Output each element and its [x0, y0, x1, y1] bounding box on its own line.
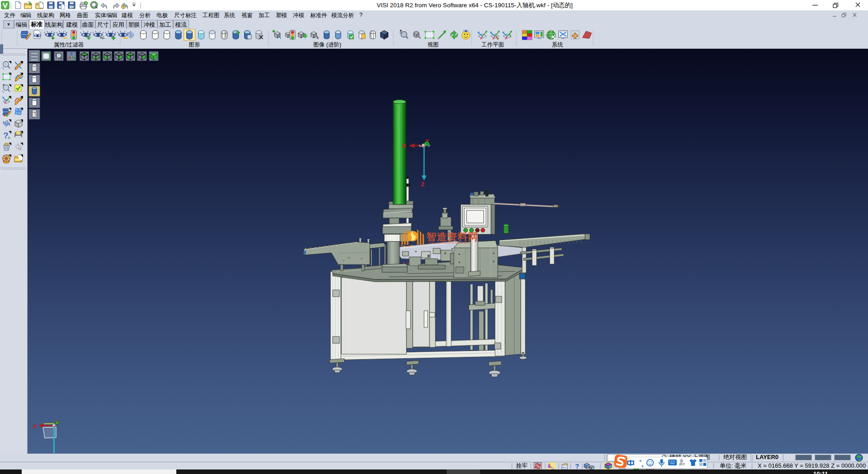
svg-text:INTELLIGENT MANUFACTURING DATA: INTELLIGENT MANUFACTURING DATA [429, 242, 470, 244]
svg-text:±: ± [316, 35, 319, 40]
svg-text:?: ? [3, 131, 9, 140]
svg-text:智造资料网: 智造资料网 [426, 231, 478, 242]
svg-text:?: ? [575, 462, 579, 470]
svg-text:+/-: +/- [100, 36, 105, 40]
svg-text:,: , [642, 460, 643, 468]
svg-text:Z: Z [421, 181, 425, 188]
svg-text:X: X [402, 142, 406, 149]
svg-text:X: X [33, 423, 37, 430]
svg-text:7: 7 [683, 462, 685, 466]
